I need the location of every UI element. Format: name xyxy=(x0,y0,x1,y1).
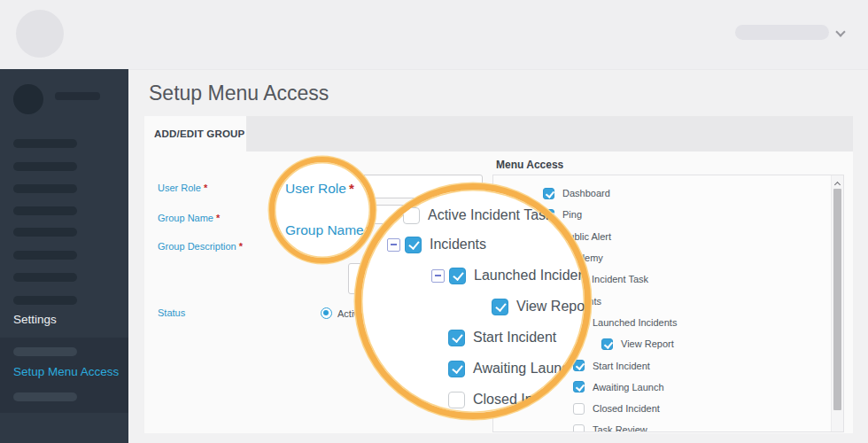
tab-add-edit-group[interactable]: ADD/EDIT GROUP xyxy=(144,116,246,152)
tree-item-label: Start Incident xyxy=(593,361,650,371)
sidebar-item-placeholder[interactable] xyxy=(13,296,77,305)
checkbox-checked-icon[interactable] xyxy=(573,360,585,371)
required-marker: * xyxy=(239,241,243,252)
tree-item-label: Task Review xyxy=(593,424,647,432)
sidebar-item-placeholder[interactable] xyxy=(13,139,77,148)
sidebar-item-placeholder[interactable] xyxy=(13,228,77,237)
sidebar-item-settings[interactable]: Settings xyxy=(13,313,57,326)
tree-item-label: Launched Incidents xyxy=(593,317,677,328)
label-text: User Role xyxy=(158,183,201,193)
required-marker: * xyxy=(349,181,354,196)
chevron-down-icon[interactable] xyxy=(836,27,845,36)
tab-strip: ADD/EDIT GROUP xyxy=(144,116,853,152)
magnified-tree-row: Launched Incidents xyxy=(431,267,591,284)
sidebar-subitem-placeholder[interactable] xyxy=(13,347,77,356)
magnifier-callout-tree: Active Incident TaskIncidentsLaunched In… xyxy=(355,183,591,419)
user-role-label: User Role* xyxy=(158,183,207,193)
required-marker: * xyxy=(216,213,220,223)
status-radio-active[interactable] xyxy=(321,307,332,319)
magnified-tree-item-label: Start Incident xyxy=(473,330,556,346)
label-text: Status xyxy=(158,307,185,318)
collapse-minus-icon xyxy=(431,269,445,283)
label-text: User Role xyxy=(285,181,346,196)
tree-row[interactable]: Task Review xyxy=(493,419,830,432)
sidebar-avatar[interactable] xyxy=(13,84,43,114)
scrollbar-thumb[interactable] xyxy=(833,189,841,410)
sidebar-item-placeholder[interactable] xyxy=(13,206,77,215)
magnified-tree-item-label: View Report xyxy=(516,299,591,315)
top-header-bar xyxy=(0,0,868,70)
magnified-tree-item-label: Incidents xyxy=(430,237,486,253)
checkbox-unchecked-icon[interactable] xyxy=(573,403,585,415)
tree-row[interactable]: Dashboard xyxy=(493,183,830,204)
magnified-user-role-label: User Role* xyxy=(285,181,354,197)
sidebar-subitem-placeholder[interactable] xyxy=(13,392,77,401)
sidebar: Settings Setup Menu Access xyxy=(0,69,128,443)
tree-item-label: Ping xyxy=(562,209,582,220)
magnifier-callout-labels: User Role* Group Name* xyxy=(269,157,376,263)
label-text: Group Name xyxy=(158,213,213,223)
checkbox-checked-icon[interactable] xyxy=(543,188,554,199)
scrollbar[interactable] xyxy=(831,175,843,431)
sidebar-item-placeholder[interactable] xyxy=(13,184,77,193)
magnified-tree-row: Awaiting Launch xyxy=(448,360,577,377)
group-description-label: Group Description* xyxy=(158,241,243,252)
tree-item-label: View Report xyxy=(621,338,674,349)
magnified-tree-row: Start Incident xyxy=(448,329,556,346)
tree-item-label: Dashboard xyxy=(562,188,610,198)
user-menu-placeholder[interactable] xyxy=(735,25,829,40)
page-title: Setup Menu Access xyxy=(149,82,329,105)
sidebar-item-placeholder[interactable] xyxy=(13,273,77,282)
sidebar-username-placeholder xyxy=(55,92,100,100)
checkbox-checked-icon xyxy=(405,237,422,253)
sidebar-item-placeholder[interactable] xyxy=(13,162,77,171)
magnified-group-name-label: Group Name* xyxy=(285,222,372,238)
chevron-up-icon[interactable] xyxy=(834,181,841,187)
sidebar-item-setup-menu-access[interactable]: Setup Menu Access xyxy=(13,365,119,378)
collapse-minus-icon xyxy=(387,238,400,252)
checkbox-checked-icon xyxy=(448,361,465,377)
checkbox-checked-icon xyxy=(448,330,465,346)
magnified-tree-row: View Report xyxy=(492,298,591,315)
sidebar-item-placeholder[interactable] xyxy=(13,251,77,260)
checkbox-checked-icon[interactable] xyxy=(601,338,613,350)
app-window: Settings Setup Menu Access Setup Menu Ac… xyxy=(0,0,868,443)
menu-access-title: Menu Access xyxy=(496,159,563,171)
checkbox-checked-icon xyxy=(492,299,508,315)
group-name-label: Group Name* xyxy=(158,213,220,223)
magnified-tree-item-label: Awaiting Launch xyxy=(473,361,577,377)
avatar[interactable] xyxy=(16,10,64,58)
magnified-tree-row: Incidents xyxy=(387,236,486,253)
tree-item-label: Closed Incident xyxy=(593,403,660,414)
sidebar-settings-submenu: Setup Menu Access xyxy=(0,338,128,413)
checkbox-unchecked-icon[interactable] xyxy=(573,424,585,432)
checkbox-unchecked-icon xyxy=(403,207,420,224)
tree-row[interactable]: Closed Incident xyxy=(493,398,830,419)
tree-item-label: Awaiting Launch xyxy=(593,382,664,392)
checkbox-checked-icon[interactable] xyxy=(573,381,585,392)
checkbox-unchecked-icon xyxy=(448,392,465,408)
label-text: Group Name xyxy=(285,222,364,237)
required-marker: * xyxy=(204,183,207,193)
magnified-tree-item-label: Launched Incidents xyxy=(474,268,591,284)
label-text: Group Description xyxy=(158,241,236,252)
checkbox-checked-icon xyxy=(449,268,466,284)
magnified-tree-row: Active Incident Task xyxy=(403,206,553,224)
status-label: Status xyxy=(158,307,185,318)
magnified-tree-item-label: Active Incident Task xyxy=(428,207,553,223)
